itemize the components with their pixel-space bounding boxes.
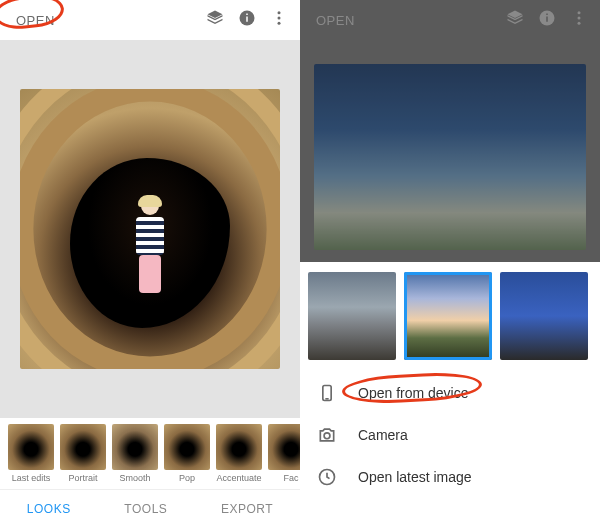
tab-tools[interactable]: TOOLS <box>124 502 167 516</box>
svg-rect-2 <box>246 14 248 16</box>
look-item[interactable]: Smooth <box>112 424 158 483</box>
thumb-item-selected[interactable] <box>404 272 492 360</box>
open-from-device[interactable]: Open from device <box>300 372 600 414</box>
svg-point-14 <box>324 433 330 439</box>
open-sheet-pane: OPEN Open from device <box>300 0 600 527</box>
dimmed-background: OPEN <box>300 0 600 262</box>
look-item[interactable]: Last edits <box>8 424 54 483</box>
bottom-tabs: LOOKS TOOLS EXPORT <box>0 489 300 527</box>
svg-point-3 <box>278 11 281 14</box>
tab-looks[interactable]: LOOKS <box>27 502 71 516</box>
option-label: Open from device <box>358 385 469 401</box>
svg-point-4 <box>278 17 281 20</box>
device-icon <box>316 382 338 404</box>
thumb-item[interactable] <box>308 272 396 360</box>
open-bottom-sheet: Open from device Camera Open latest imag… <box>300 262 600 527</box>
info-icon <box>538 9 556 31</box>
svg-point-9 <box>578 11 581 14</box>
option-label: Camera <box>358 427 408 443</box>
layers-icon <box>506 9 524 31</box>
option-label: Open latest image <box>358 469 472 485</box>
open-button-dimmed: OPEN <box>308 9 363 32</box>
more-icon <box>570 9 588 31</box>
topbar-left: OPEN <box>0 0 300 40</box>
open-button[interactable]: OPEN <box>8 9 63 32</box>
svg-point-5 <box>278 22 281 25</box>
main-photo[interactable] <box>20 89 280 369</box>
svg-rect-7 <box>546 17 548 22</box>
looks-strip: Last edits Portrait Smooth Pop Accentuat… <box>0 418 300 483</box>
info-icon[interactable] <box>238 9 256 31</box>
svg-point-11 <box>578 22 581 25</box>
svg-point-10 <box>578 17 581 20</box>
tab-export[interactable]: EXPORT <box>221 502 273 516</box>
svg-rect-1 <box>246 17 248 22</box>
thumb-item[interactable] <box>500 272 588 360</box>
look-item[interactable]: Fac <box>268 424 300 483</box>
image-stage <box>0 40 300 418</box>
preview-photo-dimmed <box>314 64 586 250</box>
look-item[interactable]: Accentuate <box>216 424 262 483</box>
editor-pane: OPEN Last edits Portrait Smooth Pop Acce… <box>0 0 300 527</box>
more-icon[interactable] <box>270 9 288 31</box>
look-item[interactable]: Pop <box>164 424 210 483</box>
layers-icon[interactable] <box>206 9 224 31</box>
camera-option[interactable]: Camera <box>300 414 600 456</box>
look-item[interactable]: Portrait <box>60 424 106 483</box>
clock-icon <box>316 466 338 488</box>
topbar-right: OPEN <box>300 0 600 40</box>
open-latest-image[interactable]: Open latest image <box>300 456 600 498</box>
recent-thumbs <box>300 262 600 368</box>
svg-rect-8 <box>546 14 548 16</box>
camera-icon <box>316 424 338 446</box>
